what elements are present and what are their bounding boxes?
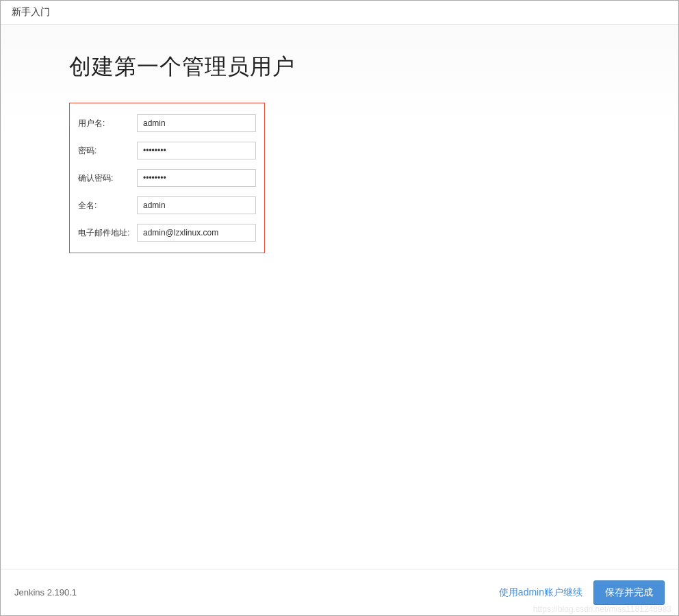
form-row-email: 电子邮件地址: [75,224,256,242]
confirm-password-input[interactable] [137,169,256,187]
page-title: 创建第一个管理员用户 [69,52,610,82]
main-content: 创建第一个管理员用户 用户名: 密码: 确认密码: 全名: 电子邮件地址: [1,25,678,567]
dialog-footer: Jenkins 2.190.1 使用admin账户继续 保存并完成 [1,569,678,615]
fullname-input[interactable] [137,196,256,214]
continue-as-admin-button[interactable]: 使用admin账户继续 [499,587,582,599]
fullname-label: 全名: [75,200,137,211]
password-input[interactable] [137,142,256,159]
username-label: 用户名: [75,118,137,129]
footer-actions: 使用admin账户继续 保存并完成 [499,580,665,605]
confirm-password-label: 确认密码: [75,172,137,184]
form-row-confirm-password: 确认密码: [75,169,256,187]
admin-user-form: 用户名: 密码: 确认密码: 全名: 电子邮件地址: [69,103,265,253]
save-and-finish-button[interactable]: 保存并完成 [593,580,665,605]
version-label: Jenkins 2.190.1 [14,587,77,598]
email-label: 电子邮件地址: [75,227,137,239]
header-title: 新手入门 [12,6,50,17]
username-input[interactable] [137,114,256,132]
form-row-username: 用户名: [75,114,256,132]
form-row-password: 密码: [75,142,256,159]
form-row-fullname: 全名: [75,196,256,214]
email-input[interactable] [137,224,256,242]
password-label: 密码: [75,145,137,157]
dialog-header: 新手入门 [1,1,678,25]
